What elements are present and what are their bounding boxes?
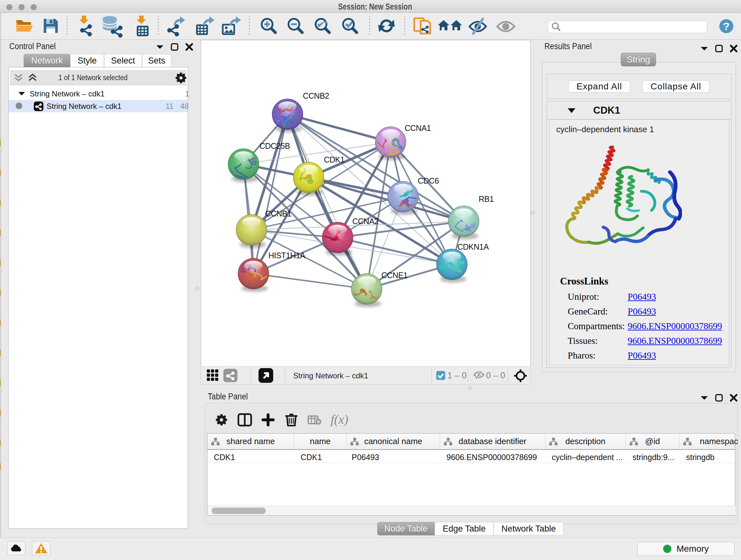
svg-text:CDC25B: CDC25B [259, 141, 290, 150]
svg-text:CCNB1: CCNB1 [265, 209, 291, 218]
svg-text:HIST1H1A: HIST1H1A [268, 251, 306, 260]
svg-text:CCNA1: CCNA1 [405, 124, 431, 132]
svg-text:f(x): f(x) [331, 412, 348, 427]
svg-text:CCNA2: CCNA2 [352, 217, 379, 226]
svg-text:CDKN1A: CDKN1A [457, 242, 489, 251]
svg-text:CDC6: CDC6 [418, 176, 439, 185]
svg-text:CCNE1: CCNE1 [381, 271, 408, 280]
svg-text:?: ? [723, 20, 730, 32]
svg-text:RB1: RB1 [479, 194, 494, 203]
svg-text:CDK1: CDK1 [324, 155, 345, 164]
svg-text:CCNB2: CCNB2 [303, 91, 329, 100]
